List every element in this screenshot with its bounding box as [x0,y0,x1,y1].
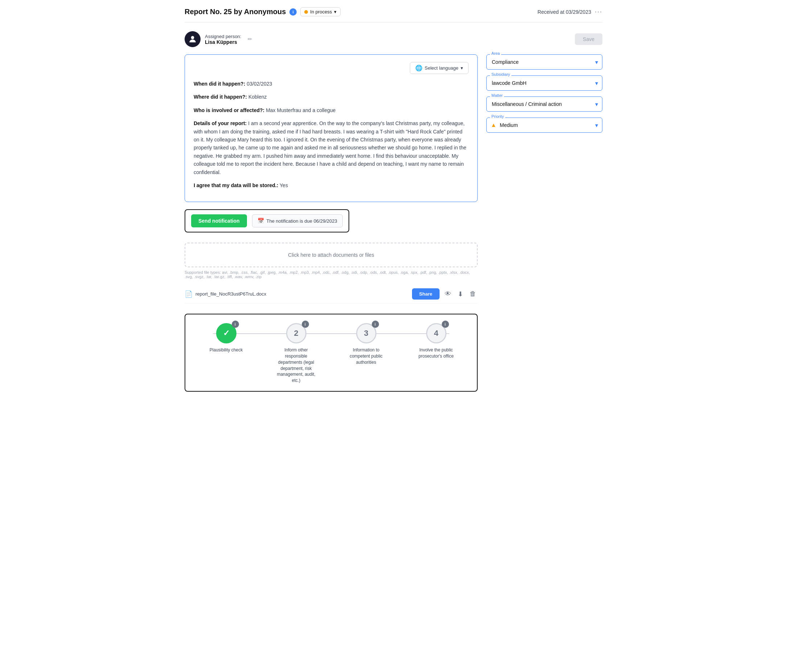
priority-select[interactable]: Medium [486,117,602,133]
step-4-number: 4 [434,329,438,338]
sidebar: Area Compliance ▾ Subsidiary lawcode Gmb… [486,54,602,392]
file-actions: Share 👁 ⬇ 🗑 [412,288,478,300]
assigned-left: Assigned person: Lisa Küppers ✏ [185,31,253,47]
edit-icon[interactable]: ✏ [248,36,253,43]
area-label: Area [490,51,501,55]
step-2-info-icon[interactable]: i [302,321,309,328]
file-left: 📄 report_file_NocR3ustP6TruL.docx [185,290,266,298]
step-4: 4 i Involve the public prosecutor's offi… [401,323,471,359]
assigned-text: Assigned person: Lisa Küppers [205,34,241,45]
preview-button[interactable]: 👁 [443,289,453,299]
upload-area[interactable]: Click here to attach documents or files [185,243,478,267]
language-select-row: 🌐 Select language ▾ [194,62,469,74]
globe-icon: 🌐 [415,65,422,71]
page-header: Report No. 25 by Anonymous i In process … [185,7,602,22]
assigned-row: Assigned person: Lisa Küppers ✏ Save [185,31,602,47]
language-select-button[interactable]: 🌐 Select language ▾ [410,62,469,74]
assigned-name: Lisa Küppers [205,39,241,45]
file-row: 📄 report_file_NocR3ustP6TruL.docx Share … [185,285,478,304]
step-3: 3 i Information to competent public auth… [331,323,401,365]
who-field: Who is involved or affected?: Max Muster… [194,106,469,114]
download-button[interactable]: ⬇ [456,289,465,300]
received-label: Received at 03/29/2023 [537,9,591,15]
area-select[interactable]: Compliance [486,54,602,70]
notification-row: Send notification 📅 The notification is … [185,209,349,232]
send-notification-button[interactable]: Send notification [191,214,247,228]
notification-due: 📅 The notification is due 06/29/2023 [252,214,343,228]
step-3-info-icon[interactable]: i [372,321,379,328]
step-2-number: 2 [294,329,298,338]
report-card: 🌐 Select language ▾ When did it happen?:… [185,54,478,202]
when-field: When did it happen?: 03/02/2023 [194,80,469,88]
priority-label: Priority [490,114,505,119]
matter-select[interactable]: Miscellaneous / Criminal action [486,96,602,112]
subsidiary-select[interactable]: lawcode GmbH [486,76,602,91]
supported-types: Supported file types: avi, .bmp, .css, .… [185,270,478,279]
step-4-label: Involve the public prosecutor's office [414,347,458,359]
priority-group: Priority ▲ Medium ▾ [486,117,602,133]
details-field: Details of your report: I am a second ye… [194,119,469,176]
matter-group: Matter Miscellaneous / Criminal action ▾ [486,96,602,112]
workflow-steps: ✓ i Plausibility check 2 i Inform other … [191,323,471,384]
file-name: report_file_NocR3ustP6TruL.docx [196,291,266,297]
step-1-info-icon[interactable]: i [232,321,239,328]
assigned-label: Assigned person: [205,34,241,39]
step-2-label: Inform other responsible departments (le… [275,347,318,384]
page-title: Report No. 25 by Anonymous [185,8,286,16]
step-2: 2 i Inform other responsible departments… [261,323,331,384]
upload-text: Click here to attach documents or files [288,252,374,258]
step-4-circle: 4 i [426,323,446,343]
area-group: Area Compliance ▾ [486,54,602,70]
subsidiary-group: Subsidiary lawcode GmbH ▾ [486,76,602,91]
step-1-label: Plausibility check [210,347,243,353]
svg-point-0 [191,36,194,39]
notification-due-text: The notification is due 06/29/2023 [267,218,337,224]
where-field: Where did it happen?: Koblenz [194,93,469,101]
chevron-down-icon: ▾ [334,9,337,14]
save-button[interactable]: Save [575,33,602,45]
calendar-icon: 📅 [258,218,264,224]
language-select-label: Select language [425,65,458,71]
status-label: In process [310,9,332,14]
checkmark-icon: ✓ [223,329,229,338]
more-options-icon[interactable]: ··· [595,8,602,16]
header-left: Report No. 25 by Anonymous i In process … [185,7,341,16]
info-badge-icon[interactable]: i [289,8,297,16]
delete-button[interactable]: 🗑 [468,289,478,299]
step-1-circle: ✓ i [216,323,237,343]
matter-label: Matter [490,93,504,98]
step-1: ✓ i Plausibility check [191,323,261,353]
step-3-label: Information to competent public authorit… [345,347,388,365]
main-grid: 🌐 Select language ▾ When did it happen?:… [185,54,602,392]
chevron-down-icon: ▾ [461,65,463,71]
consent-field: I agree that my data will be stored.: Ye… [194,181,469,189]
status-pill[interactable]: In process ▾ [300,7,341,16]
share-button[interactable]: Share [412,288,439,300]
subsidiary-label: Subsidiary [490,72,511,76]
avatar [185,31,201,47]
status-dot-icon [304,10,308,14]
step-3-number: 3 [364,329,368,338]
file-icon: 📄 [185,290,193,298]
left-column: 🌐 Select language ▾ When did it happen?:… [185,54,478,392]
step-2-circle: 2 i [286,323,307,343]
step-3-circle: 3 i [356,323,376,343]
workflow-box: ✓ i Plausibility check 2 i Inform other … [185,314,478,392]
header-right: Received at 03/29/2023 ··· [537,8,602,16]
step-4-info-icon[interactable]: i [442,321,449,328]
